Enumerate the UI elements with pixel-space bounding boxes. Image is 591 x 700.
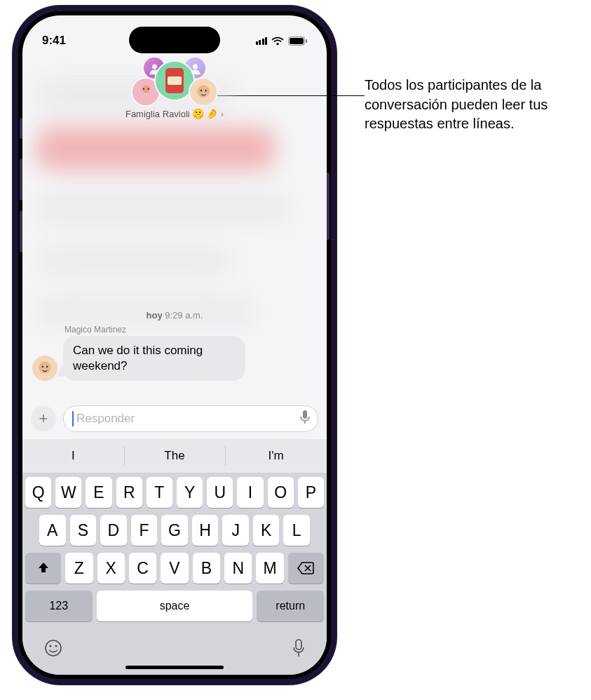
group-emoji-2: 🤌 [206,108,218,119]
message-row[interactable]: Can we do it this coming weekend? [22,336,327,389]
key-w[interactable]: W [55,477,81,508]
svg-point-11 [39,361,50,373]
key-s[interactable]: S [70,515,97,546]
dynamic-island [129,27,220,53]
key-m[interactable]: M [256,553,283,584]
key-o[interactable]: O [268,477,294,508]
key-x[interactable]: X [97,553,125,584]
key-a[interactable]: A [39,515,66,546]
sender-avatar[interactable] [32,356,57,381]
screen: 9:41 [22,15,327,675]
svg-rect-14 [303,410,307,419]
dictation-key-icon[interactable] [292,638,306,661]
add-attachment-button[interactable]: + [31,406,56,431]
status-time: 9:41 [42,34,66,48]
key-k[interactable]: K [253,515,280,546]
key-u[interactable]: U [207,477,233,508]
group-name: Famiglia Ravioli [125,109,190,119]
svg-rect-19 [296,640,301,649]
suggestion-2[interactable]: The [124,439,226,473]
backspace-key[interactable] [288,553,324,584]
key-i[interactable]: I [237,477,263,508]
emoji-key-icon[interactable] [43,638,63,661]
svg-rect-1 [290,38,304,44]
key-row-1: Q W E R T Y U I O P [25,477,324,508]
reply-input[interactable]: Responder [63,405,318,432]
key-row-3: Z X C V B N M [25,553,324,584]
message-bubble[interactable]: Can we do it this coming weekend? [63,336,245,381]
svg-rect-2 [306,39,307,43]
key-z[interactable]: Z [65,553,93,584]
chevron-right-icon: › [221,109,224,119]
svg-point-9 [200,89,201,91]
chat-header[interactable]: Famiglia Ravioli 🤫 🤌 › [22,56,327,119]
key-t[interactable]: T [147,477,172,508]
key-e[interactable]: E [86,477,111,508]
key-g[interactable]: G [161,515,188,546]
keyboard: Q W E R T Y U I O P A S D [22,473,327,675]
group-emoji-1: 🤫 [192,108,204,119]
cellular-icon [256,36,268,45]
svg-point-13 [46,366,48,368]
quicktype-bar: I The I'm [22,439,327,473]
iphone-frame: 9:41 [13,6,337,685]
space-key[interactable]: space [97,591,253,621]
key-f[interactable]: F [131,515,158,546]
key-r[interactable]: R [116,477,142,508]
svg-point-12 [42,366,43,368]
key-h[interactable]: H [192,515,219,546]
text-cursor [72,411,74,426]
message-timestamp: hoy 9:29 a.m. [22,310,327,321]
suggestion-1[interactable]: I [22,439,124,473]
return-key[interactable]: return [257,591,324,621]
group-title-row[interactable]: Famiglia Ravioli 🤫 🤌 › [125,108,224,119]
svg-point-7 [147,88,149,90]
key-y[interactable]: Y [177,477,203,508]
svg-point-4 [193,64,198,69]
key-n[interactable]: N [224,553,252,584]
message-sender: Magico Martinez [64,325,327,335]
key-c[interactable]: C [129,553,156,584]
participant-avatar-4 [189,77,218,107]
key-q[interactable]: Q [25,477,51,508]
key-j[interactable]: J [222,515,249,546]
key-p[interactable]: P [298,477,324,508]
key-v[interactable]: V [161,553,188,584]
suggestion-3[interactable]: I'm [225,439,327,473]
svg-point-17 [50,645,52,647]
callout-text: Todos los participantes de la conversaci… [365,76,582,134]
wifi-icon [271,36,284,46]
reply-placeholder: Responder [76,412,135,426]
key-d[interactable]: D [100,515,127,546]
svg-point-18 [55,645,57,647]
svg-point-6 [143,88,144,90]
participant-avatars[interactable] [118,56,231,105]
key-row-2: A S D F G H J K L [25,515,324,546]
home-indicator[interactable] [125,666,224,669]
battery-icon [288,36,307,46]
dictation-inline-icon[interactable] [299,410,311,428]
key-row-4: 123 space return [25,591,324,621]
key-b[interactable]: B [193,553,220,584]
input-bar: + Responder [22,405,327,432]
svg-point-8 [197,85,210,97]
svg-point-10 [205,89,206,91]
svg-point-3 [152,64,157,69]
key-l[interactable]: L [283,515,310,546]
shift-key[interactable] [25,553,61,584]
svg-point-16 [46,640,61,656]
numbers-key[interactable]: 123 [25,591,93,621]
